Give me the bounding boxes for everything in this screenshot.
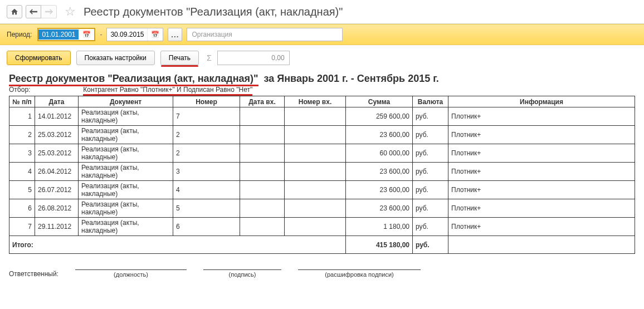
arrow-left-icon xyxy=(30,9,37,14)
cell-currency: руб. xyxy=(413,107,448,126)
cell-nomerin xyxy=(285,107,346,126)
favorite-star-icon[interactable]: ☆ xyxy=(65,4,76,19)
cell-nomer: 7 xyxy=(173,107,240,126)
filter-label: Отбор: xyxy=(9,86,81,94)
cell-datein xyxy=(240,107,285,126)
report-title: Реестр документов "Реализация (акт, накл… xyxy=(9,73,635,85)
organization-input[interactable] xyxy=(187,28,343,41)
cell-nomerin xyxy=(285,199,346,218)
totals-currency: руб. xyxy=(413,236,448,254)
cell-sum: 23 600,00 xyxy=(346,126,413,144)
cell-nomerin xyxy=(285,218,346,236)
cell-nomer: 5 xyxy=(173,199,240,218)
table-row[interactable]: 225.03.2012Реализация (акты, накладные)2… xyxy=(9,126,635,144)
table-row[interactable]: 114.01.2012Реализация (акты, накладные)7… xyxy=(9,107,635,126)
cell-datein xyxy=(240,163,285,181)
cell-nomer: 2 xyxy=(173,126,240,144)
report-title-label: Реестр документов "Реализация (акт, накл… xyxy=(9,73,258,86)
report-area: Реестр документов "Реализация (акт, накл… xyxy=(0,71,644,289)
cell-doc: Реализация (акты, накладные) xyxy=(79,144,173,163)
cell-datein xyxy=(240,218,285,236)
col-datein: Дата вх. xyxy=(240,96,285,107)
cell-info: Плотник+ xyxy=(448,126,635,144)
cell-date: 29.11.2012 xyxy=(35,218,79,236)
cell-num: 3 xyxy=(9,144,35,163)
signature-section: Ответственный: (должность) (подпись) (ра… xyxy=(9,269,635,278)
cell-date: 26.04.2012 xyxy=(35,163,79,181)
cell-doc: Реализация (акты, накладные) xyxy=(79,126,173,144)
cell-currency: руб. xyxy=(413,163,448,181)
cell-doc: Реализация (акты, накладные) xyxy=(79,163,173,181)
print-button[interactable]: Печать xyxy=(160,51,199,65)
date-to-input[interactable] xyxy=(107,30,147,40)
sum-display[interactable] xyxy=(217,51,290,65)
calendar-icon[interactable]: 📅 xyxy=(147,28,163,41)
cell-currency: руб. xyxy=(413,218,448,236)
red-highlight xyxy=(161,65,198,67)
toolbar: Сформировать Показать настройки Печать Σ xyxy=(0,45,644,71)
print-label: Печать xyxy=(169,54,191,62)
cell-sum: 23 600,00 xyxy=(346,199,413,218)
home-button[interactable] xyxy=(7,5,22,18)
cell-nomerin xyxy=(285,181,346,199)
col-info: Информация xyxy=(448,96,635,107)
table-row[interactable]: 426.04.2012Реализация (акты, накладные)3… xyxy=(9,163,635,181)
show-settings-button[interactable]: Показать настройки xyxy=(76,51,155,65)
cell-info: Плотник+ xyxy=(448,144,635,163)
cell-datein xyxy=(240,181,285,199)
cell-datein xyxy=(240,199,285,218)
cell-sum: 60 000,00 xyxy=(346,144,413,163)
cell-sum: 1 180,00 xyxy=(346,218,413,236)
generate-button[interactable]: Сформировать xyxy=(7,51,71,65)
cell-num: 5 xyxy=(9,181,35,199)
col-doc: Документ xyxy=(79,96,173,107)
table-row[interactable]: 526.07.2012Реализация (акты, накладные)4… xyxy=(9,181,635,199)
cell-date: 25.03.2012 xyxy=(35,144,79,163)
cell-info: Плотник+ xyxy=(448,199,635,218)
date-to-field[interactable]: 📅 xyxy=(106,28,163,41)
sig-position: (должность) xyxy=(75,269,187,278)
cell-info: Плотник+ xyxy=(448,163,635,181)
cell-num: 7 xyxy=(9,218,35,236)
cell-sum: 259 600,00 xyxy=(346,107,413,126)
totals-sum: 415 180,00 xyxy=(346,236,413,254)
cell-num: 1 xyxy=(9,107,35,126)
table-row[interactable]: 729.11.2012Реализация (акты, накладные)6… xyxy=(9,218,635,236)
data-table: № п/п Дата Документ Номер Дата вх. Номер… xyxy=(9,96,635,254)
cell-info: Плотник+ xyxy=(448,181,635,199)
cell-nomer: 2 xyxy=(173,144,240,163)
col-currency: Валюта xyxy=(413,96,448,107)
topbar: ☆ Реестр документов "Реализация (акт, на… xyxy=(0,0,644,24)
cell-datein xyxy=(240,126,285,144)
cell-nomerin xyxy=(285,144,346,163)
report-title-period: за Январь 2001 г. - Сентябрь 2015 г. xyxy=(264,73,439,84)
cell-num: 4 xyxy=(9,163,35,181)
calendar-icon[interactable]: 📅 xyxy=(79,29,94,40)
cell-date: 14.01.2012 xyxy=(35,107,79,126)
period-ellipsis-button[interactable]: ... xyxy=(168,28,182,41)
cell-doc: Реализация (акты, накладные) xyxy=(79,107,173,126)
col-date: Дата xyxy=(35,96,79,107)
page-title: Реестр документов "Реализация (акт, накл… xyxy=(84,6,343,18)
col-num: № п/п xyxy=(9,96,35,107)
forward-button[interactable] xyxy=(41,5,57,18)
table-row[interactable]: 325.03.2012Реализация (акты, накладные)2… xyxy=(9,144,635,163)
back-button[interactable] xyxy=(26,5,41,18)
cell-sum: 23 600,00 xyxy=(346,163,413,181)
date-from-field[interactable]: 📅 xyxy=(37,28,95,41)
totals-info xyxy=(448,236,635,254)
home-icon xyxy=(11,8,18,16)
filter-row: Отбор: Контрагент Равно "Плотник+" И Под… xyxy=(9,86,635,94)
arrow-right-icon xyxy=(45,9,53,14)
cell-doc: Реализация (акты, накладные) xyxy=(79,181,173,199)
date-from-input[interactable] xyxy=(38,30,79,40)
totals-row: Итого: 415 180,00 руб. xyxy=(9,236,635,254)
table-row[interactable]: 626.08.2012Реализация (акты, накладные)5… xyxy=(9,199,635,218)
sig-name: (расшифровка подписи) xyxy=(298,269,421,278)
cell-nomer: 6 xyxy=(173,218,240,236)
cell-currency: руб. xyxy=(413,144,448,163)
cell-datein xyxy=(240,144,285,163)
nav-back-forward xyxy=(26,5,57,18)
cell-date: 26.07.2012 xyxy=(35,181,79,199)
cell-date: 26.08.2012 xyxy=(35,199,79,218)
